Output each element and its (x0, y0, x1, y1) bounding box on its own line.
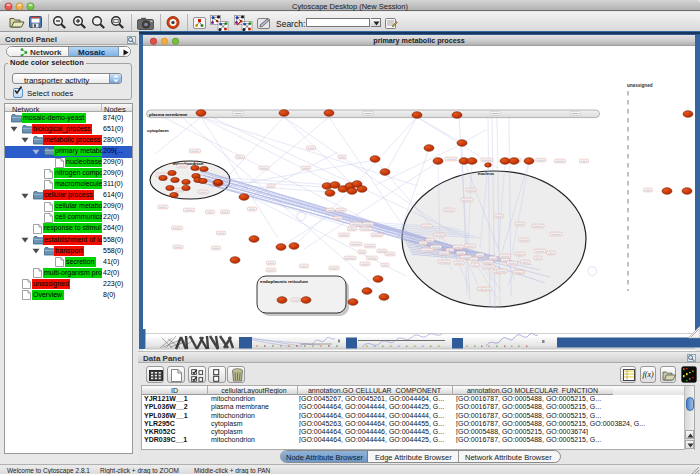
svg-text:plasma membrane: plasma membrane (149, 112, 188, 117)
svg-text:endoplasmic reticulum: endoplasmic reticulum (260, 279, 308, 284)
svg-text:unassigned: unassigned (627, 83, 653, 88)
svg-text:nucleus: nucleus (478, 171, 495, 176)
svg-text:cytoplasm: cytoplasm (147, 128, 169, 133)
svg-text:primary metabolic process: primary metabolic process (373, 36, 464, 45)
